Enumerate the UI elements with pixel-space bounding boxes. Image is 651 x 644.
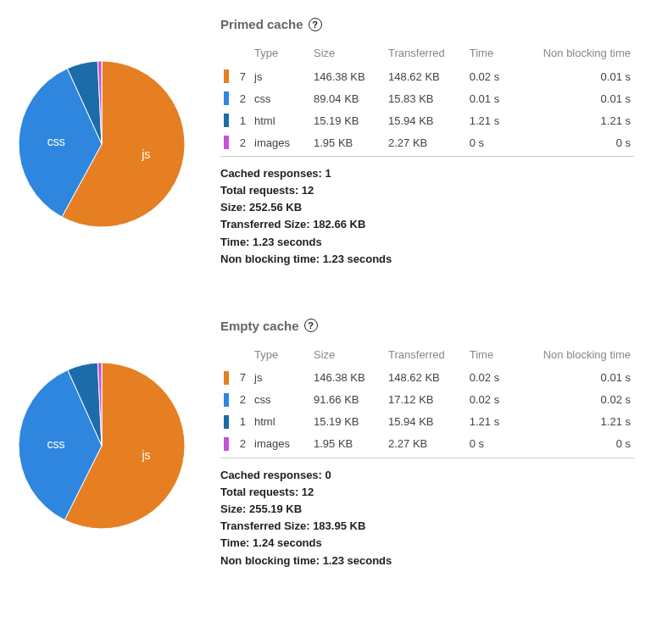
row-size: 15.19 KB [310, 411, 385, 433]
row-type: images [251, 433, 310, 458]
summary-nonblocking-label: Non blocking time: [220, 253, 320, 265]
summary-nonblocking-value: 1.23 seconds [323, 253, 392, 265]
row-time: 0.02 s [466, 366, 514, 389]
pie-chart: jscss [17, 59, 186, 229]
cache-section-0: jscss Primed cache ? Type Size Transferr… [17, 17, 634, 268]
th-transferred: Transferred [385, 343, 466, 367]
summary-block: Cached responses: 1 Total requests: 12 S… [220, 165, 634, 268]
row-time: 0.02 s [466, 65, 514, 88]
summary-total-label: Total requests: [220, 184, 298, 197]
th-size: Size [310, 343, 385, 367]
summary-transferred-value: 182.66 KB [313, 218, 365, 230]
type-row: 2 images 1.95 KB 2.27 KB 0 s 0 s [220, 433, 634, 458]
row-transferred: 15.94 KB [385, 411, 466, 433]
row-size: 1.95 KB [310, 433, 385, 458]
row-type: js [251, 65, 310, 88]
row-nonblocking: 0 s [513, 131, 634, 157]
summary-nonblocking-label: Non blocking time: [220, 554, 320, 567]
th-type: Type [251, 343, 310, 367]
row-size: 146.38 KB [310, 366, 385, 389]
types-table: Type Size Transferred Time Non blocking … [220, 42, 634, 157]
summary-transferred-label: Transferred Size: [220, 218, 310, 230]
summary-size-label: Size: [220, 502, 246, 515]
summary-size-value: 252.56 KB [249, 201, 302, 214]
pie-label-css: css [47, 436, 65, 450]
pie-label-js: js [141, 147, 150, 161]
row-transferred: 15.94 KB [385, 109, 466, 131]
summary-total-value: 12 [302, 184, 314, 197]
th-transferred: Transferred [385, 42, 466, 65]
summary-time-label: Time: [220, 236, 249, 248]
section-title: Primed cache [220, 17, 303, 31]
row-time: 1.21 s [466, 411, 514, 433]
row-type: css [251, 87, 310, 109]
th-nonblocking: Non blocking time [513, 42, 634, 65]
type-row: 7 js 146.38 KB 148.62 KB 0.02 s 0.01 s [220, 366, 634, 389]
row-count: 7 [229, 366, 251, 389]
row-transferred: 148.62 KB [385, 366, 466, 389]
summary-size-value: 255.19 KB [249, 502, 302, 515]
type-row: 1 html 15.19 KB 15.94 KB 1.21 s 1.21 s [220, 411, 634, 433]
summary-time-label: Time: [220, 536, 249, 549]
row-time: 0 s [466, 433, 514, 458]
help-icon[interactable]: ? [304, 319, 318, 332]
section-title: Empty cache [220, 319, 299, 333]
type-row: 2 css 91.66 KB 17.12 KB 0.02 s 0.02 s [220, 389, 634, 411]
row-transferred: 148.62 KB [385, 65, 466, 88]
th-type: Type [251, 42, 310, 65]
row-size: 15.19 KB [310, 109, 385, 131]
summary-cached-label: Cached responses: [220, 469, 322, 481]
row-count: 2 [229, 87, 251, 109]
summary-nonblocking-value: 1.23 seconds [323, 554, 392, 567]
row-nonblocking: 0.01 s [513, 87, 634, 109]
summary-block: Cached responses: 0 Total requests: 12 S… [220, 467, 634, 569]
row-time: 1.21 s [466, 109, 514, 131]
th-time: Time [466, 42, 514, 65]
row-count: 1 [229, 109, 251, 131]
type-row: 2 images 1.95 KB 2.27 KB 0 s 0 s [220, 131, 634, 157]
row-nonblocking: 0.01 s [513, 366, 634, 389]
row-time: 0.02 s [466, 389, 514, 411]
row-nonblocking: 0.02 s [513, 389, 634, 411]
types-table: Type Size Transferred Time Non blocking … [220, 343, 634, 458]
summary-cached-label: Cached responses: [220, 167, 322, 180]
row-transferred: 17.12 KB [385, 389, 466, 411]
row-type: html [251, 109, 310, 131]
chart-column: jscss [17, 319, 203, 569]
summary-size-label: Size: [220, 201, 246, 214]
cache-section-1: jscss Empty cache ? Type Size Transferre… [17, 319, 634, 569]
row-type: html [251, 411, 310, 433]
type-row: 7 js 146.38 KB 148.62 KB 0.02 s 0.01 s [220, 65, 634, 88]
row-size: 1.95 KB [310, 131, 385, 157]
summary-time-value: 1.23 seconds [253, 236, 322, 248]
summary-transferred-label: Transferred Size: [220, 519, 310, 532]
row-nonblocking: 0.01 s [513, 65, 634, 88]
row-time: 0.01 s [466, 87, 514, 109]
row-transferred: 2.27 KB [385, 131, 466, 157]
row-count: 2 [229, 389, 251, 411]
row-size: 146.38 KB [310, 65, 385, 88]
type-row: 2 css 89.04 KB 15.83 KB 0.01 s 0.01 s [220, 87, 634, 109]
row-type: js [251, 366, 310, 389]
row-type: css [251, 389, 310, 411]
summary-total-label: Total requests: [220, 486, 298, 498]
row-size: 91.66 KB [310, 389, 385, 411]
info-column: Primed cache ? Type Size Transferred Tim… [220, 17, 634, 268]
summary-time-value: 1.24 seconds [253, 536, 322, 549]
row-nonblocking: 0 s [513, 433, 634, 458]
pie-label-css: css [47, 135, 65, 148]
summary-total-value: 12 [302, 486, 314, 498]
chart-column: jscss [17, 17, 203, 268]
type-row: 1 html 15.19 KB 15.94 KB 1.21 s 1.21 s [220, 109, 634, 131]
row-count: 2 [229, 433, 251, 458]
pie-label-js: js [141, 448, 150, 462]
row-size: 89.04 KB [310, 87, 385, 109]
row-nonblocking: 1.21 s [513, 109, 634, 131]
help-icon[interactable]: ? [309, 18, 322, 31]
row-count: 2 [229, 131, 251, 157]
row-type: images [251, 131, 310, 157]
summary-cached-value: 1 [326, 167, 331, 180]
row-count: 7 [229, 65, 251, 88]
pie-chart: jscss [17, 361, 186, 530]
summary-cached-value: 0 [326, 469, 331, 481]
